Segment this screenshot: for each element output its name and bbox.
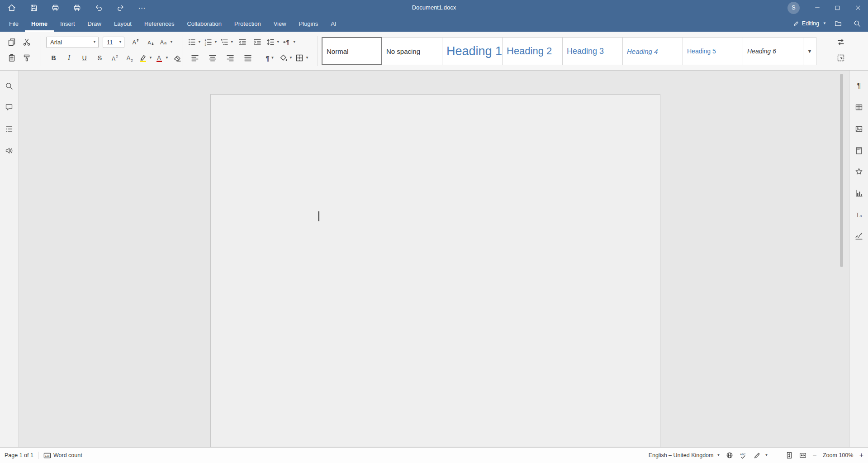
search-button[interactable] bbox=[850, 17, 864, 30]
set-document-language-button[interactable] bbox=[726, 451, 734, 459]
style-heading-6[interactable]: Heading 6 bbox=[743, 37, 803, 65]
maximize-button[interactable] bbox=[827, 0, 848, 15]
table-settings-button[interactable] bbox=[852, 100, 866, 115]
italic-button[interactable]: I bbox=[62, 52, 76, 64]
chart-settings-button[interactable] bbox=[852, 186, 866, 200]
minimize-button[interactable] bbox=[807, 0, 827, 15]
tab-protection[interactable]: Protection bbox=[228, 15, 267, 32]
font-color-button[interactable]: ▼ bbox=[154, 52, 170, 64]
font-size-select[interactable]: 11 ▼ bbox=[103, 37, 124, 48]
undo-button[interactable] bbox=[90, 1, 108, 14]
print-button[interactable] bbox=[46, 1, 64, 14]
tab-layout[interactable]: Layout bbox=[108, 15, 138, 32]
print-icon bbox=[51, 4, 60, 12]
header-footer-settings-button[interactable] bbox=[852, 143, 866, 158]
fit-to-width-button[interactable] bbox=[799, 451, 807, 459]
decrease-indent-button[interactable] bbox=[235, 36, 250, 48]
word-count-button[interactable]: Word count bbox=[43, 451, 82, 460]
strikeout-button[interactable]: S bbox=[92, 52, 107, 64]
image-settings-button[interactable] bbox=[852, 122, 866, 136]
search-panel-button[interactable] bbox=[2, 79, 16, 93]
signature-settings-button[interactable] bbox=[852, 229, 866, 243]
bullets-button[interactable]: ▼ bbox=[186, 36, 202, 48]
shape-settings-button[interactable] bbox=[852, 164, 866, 179]
style-heading-5[interactable]: Heading 5 bbox=[683, 37, 743, 65]
editing-mode-button[interactable]: Editing ▼ bbox=[792, 20, 826, 27]
chevron-down-icon: ▼ bbox=[93, 40, 96, 44]
open-file-location-button[interactable] bbox=[831, 17, 845, 30]
tab-ai[interactable]: AI bbox=[324, 15, 342, 32]
align-center-button[interactable] bbox=[204, 52, 221, 64]
zoom-out-button[interactable]: − bbox=[812, 451, 816, 459]
subscript-button[interactable] bbox=[123, 52, 137, 64]
paste-button[interactable] bbox=[5, 52, 19, 64]
tab-references[interactable]: References bbox=[138, 15, 180, 32]
select-all-button[interactable] bbox=[834, 52, 848, 64]
close-button[interactable] bbox=[848, 0, 868, 15]
tab-collaboration[interactable]: Collaboration bbox=[180, 15, 228, 32]
align-justify-button[interactable] bbox=[239, 52, 256, 64]
underline-button[interactable]: U bbox=[77, 52, 92, 64]
tab-draw[interactable]: Draw bbox=[81, 15, 108, 32]
align-left-button[interactable] bbox=[186, 52, 204, 64]
spell-checking-button[interactable] bbox=[739, 451, 748, 460]
home-button[interactable] bbox=[3, 1, 21, 14]
track-changes-button[interactable]: ▼ bbox=[753, 451, 768, 459]
copy-button[interactable] bbox=[5, 36, 19, 48]
style-heading-2[interactable]: Heading 2 bbox=[502, 37, 563, 65]
decrease-font-size-button[interactable] bbox=[143, 36, 158, 48]
page-indicator[interactable]: Page 1 of 1 bbox=[5, 452, 33, 458]
language-select[interactable]: English – United Kingdom ▼ bbox=[649, 452, 721, 458]
style-heading-3[interactable]: Heading 3 bbox=[562, 37, 623, 65]
line-spacing-icon bbox=[266, 38, 275, 47]
user-avatar[interactable]: S bbox=[787, 2, 800, 14]
numbering-button[interactable]: ▼ bbox=[203, 36, 218, 48]
shading-button[interactable]: ▼ bbox=[278, 52, 294, 64]
speaker-icon bbox=[5, 146, 14, 155]
change-case-button[interactable]: ▼ bbox=[158, 36, 174, 48]
customize-quick-access-button[interactable]: ⋯ bbox=[133, 1, 151, 14]
redo-button[interactable] bbox=[111, 1, 129, 14]
tab-view[interactable]: View bbox=[267, 15, 293, 32]
style-normal[interactable]: Normal bbox=[322, 37, 382, 65]
paragraph-spacing-button[interactable]: ▼ bbox=[281, 36, 297, 48]
fit-to-page-button[interactable] bbox=[785, 451, 793, 459]
increase-font-size-button[interactable] bbox=[128, 36, 143, 48]
zoom-in-button[interactable]: + bbox=[859, 451, 863, 459]
bold-button[interactable]: B bbox=[46, 52, 61, 64]
text-art-settings-button[interactable] bbox=[852, 207, 866, 222]
tab-file[interactable]: File bbox=[3, 15, 25, 32]
nonprinting-characters-button[interactable]: ¶▼ bbox=[263, 52, 277, 64]
increase-indent-button[interactable] bbox=[250, 36, 265, 48]
style-heading-1[interactable]: Heading 1 bbox=[442, 37, 503, 65]
styles-gallery-more-button[interactable]: ▼ bbox=[803, 37, 816, 65]
image-settings-icon bbox=[854, 124, 863, 134]
tab-plugins[interactable]: Plugins bbox=[293, 15, 325, 32]
paragraph-settings-button[interactable]: ¶ bbox=[852, 79, 866, 93]
tab-home[interactable]: Home bbox=[25, 15, 54, 32]
clear-style-button[interactable] bbox=[170, 52, 185, 64]
highlight-color-button[interactable]: ▼ bbox=[138, 52, 153, 64]
scrollbar-thumb[interactable] bbox=[840, 74, 843, 267]
align-right-button[interactable] bbox=[222, 52, 239, 64]
style-heading-4[interactable]: Heading 4 bbox=[622, 37, 683, 65]
multilevel-list-button[interactable]: ▼ bbox=[219, 36, 235, 48]
line-spacing-button[interactable]: ▼ bbox=[265, 36, 281, 48]
font-name-select[interactable]: Arial ▼ bbox=[46, 37, 99, 48]
superscript-button[interactable] bbox=[108, 52, 122, 64]
cut-button[interactable] bbox=[19, 36, 34, 48]
copy-style-button[interactable] bbox=[19, 52, 34, 64]
quick-print-button[interactable] bbox=[68, 1, 86, 14]
borders-button[interactable]: ▼ bbox=[294, 52, 310, 64]
decrease-font-size-icon bbox=[146, 38, 155, 47]
save-button[interactable] bbox=[24, 1, 43, 14]
paragraph-settings-icon: ¶ bbox=[857, 82, 861, 90]
style-no-spacing[interactable]: No spacing bbox=[382, 37, 442, 65]
document-page[interactable] bbox=[210, 94, 660, 447]
find-replace-button[interactable] bbox=[834, 36, 848, 48]
feedback-support-button[interactable] bbox=[2, 143, 16, 158]
vertical-scrollbar[interactable] bbox=[840, 71, 843, 447]
headings-panel-button[interactable] bbox=[2, 122, 16, 136]
comments-panel-button[interactable] bbox=[2, 100, 16, 115]
tab-insert[interactable]: Insert bbox=[54, 15, 81, 32]
